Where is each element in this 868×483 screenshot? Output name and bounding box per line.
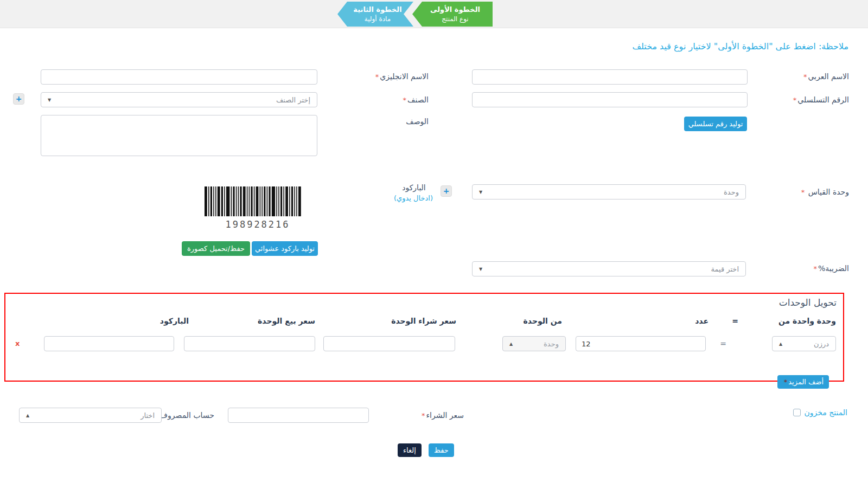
form-actions: إلغاء حفظ — [398, 443, 454, 457]
cancel-button[interactable]: إلغاء — [398, 443, 422, 457]
category-select[interactable]: إختر الصنف ▼ — [41, 92, 317, 107]
header-unit-sale-price: سعر بيع الوحدة — [258, 317, 315, 325]
header-count: عدد — [695, 317, 709, 325]
description-textarea[interactable] — [41, 115, 317, 156]
tax-label: الضريبة%* — [813, 264, 849, 273]
header-barcode: الباركود — [160, 317, 189, 325]
add-unit-button[interactable]: + — [441, 185, 452, 197]
chevron-down-icon: ▼ — [479, 267, 482, 272]
serial-number-label: الرقم التسلسلي* — [792, 95, 849, 104]
chevron-up-icon: ▲ — [26, 413, 29, 418]
english-name-label: الاسم الانجليزي* — [374, 72, 429, 81]
conversion-from-unit-value: وحدة — [544, 340, 559, 348]
measure-unit-select-value: وحدة — [724, 188, 739, 196]
chevron-down-icon: ▼ — [479, 190, 482, 195]
chevron-down-icon: ▼ — [48, 98, 51, 102]
generate-serial-button[interactable]: توليد رقم تسلسلي — [684, 117, 747, 131]
product-form-page: الخطوة الثانية مادة أولية الخطوة الأولى … — [0, 0, 868, 483]
category-label: الصنف* — [401, 95, 429, 104]
remove-row-button[interactable]: x — [15, 339, 20, 347]
header-one-unit-of: وحدة واحدة من — [778, 317, 836, 325]
conversion-count-input[interactable] — [576, 336, 706, 351]
step-first-subtitle: نوع المنتج — [442, 15, 468, 23]
english-name-input[interactable] — [41, 69, 317, 85]
arabic-name-input[interactable] — [472, 69, 748, 85]
description-label: الوصف — [406, 117, 429, 126]
conversion-from-unit-select[interactable]: وحدة ▲ — [502, 336, 566, 351]
barcode-manual-entry-link[interactable]: (ادخال يدوي) — [395, 194, 433, 203]
measure-unit-select[interactable]: وحدة ▼ — [472, 184, 746, 199]
conversion-sale-price-input[interactable] — [184, 336, 315, 351]
step-first-tab[interactable]: الخطوة الأولى نوع المنتج — [412, 2, 493, 27]
barcode-number: 198928216 — [203, 219, 312, 230]
step-second-tab[interactable]: الخطوة الثانية مادة أولية — [337, 2, 413, 27]
conversion-barcode-input[interactable] — [44, 336, 174, 351]
header-from-unit: من الوحدة — [524, 317, 562, 325]
arabic-name-label: الاسم العربي* — [802, 72, 849, 81]
save-barcode-image-button[interactable]: حفظ/تحميل كصورة — [182, 241, 250, 256]
add-more-button[interactable]: أضف المزيد* — [777, 375, 829, 389]
expense-account-select-value: اختار — [141, 411, 155, 420]
barcode-image — [203, 186, 312, 216]
unit-conversion-title: تحويل الوحدات — [779, 297, 837, 308]
header-unit-purchase-price: سعر شراء الوحدة — [391, 317, 456, 325]
conversion-unit-select-value: درزن — [814, 340, 829, 348]
step-second-title: الخطوة الثانية — [353, 5, 401, 15]
plus-icon: + — [16, 94, 22, 103]
stocked-product-field: المنتج مخزون — [793, 408, 848, 417]
steps-header: الخطوة الثانية مادة أولية الخطوة الأولى … — [0, 0, 868, 28]
conversion-unit-select[interactable]: درزن ▲ — [772, 336, 836, 351]
step-first-title: الخطوة الأولى — [430, 5, 480, 15]
plus-icon: + — [443, 186, 450, 195]
chevron-up-icon: ▲ — [779, 342, 782, 346]
generate-random-barcode-button[interactable]: توليد باركود عشوائي — [252, 241, 318, 256]
barcode-preview: 198928216 — [203, 186, 312, 230]
chevron-up-icon: ▲ — [509, 342, 513, 346]
tax-select-value: اختر قيمة — [711, 265, 739, 273]
expense-account-label: حساب المصروف* — [154, 411, 214, 420]
row-equals: = — [720, 339, 726, 348]
unit-conversion-section: تحويل الوحدات وحدة واحدة من = عدد من الو… — [4, 293, 844, 382]
conversion-purchase-price-input[interactable] — [323, 336, 455, 351]
save-button[interactable]: حفظ — [429, 443, 454, 457]
expense-account-select[interactable]: اختار ▲ — [19, 408, 162, 423]
measure-unit-label: وحدة القياس * — [800, 188, 849, 196]
header-equals: = — [732, 317, 738, 325]
add-category-button[interactable]: + — [13, 93, 24, 105]
stocked-product-label: المنتج مخزون — [805, 408, 848, 417]
step-second-subtitle: مادة أولية — [365, 15, 391, 23]
stocked-product-checkbox[interactable] — [793, 409, 801, 416]
note-text: ملاحظة: اضغط على "الخطوة الأولى" لاختيار… — [632, 41, 848, 51]
category-select-value: إختر الصنف — [276, 96, 310, 104]
tax-select[interactable]: اختر قيمة ▼ — [472, 261, 746, 276]
purchase-price-label: سعر الشراء* — [420, 411, 464, 420]
serial-number-input[interactable] — [472, 92, 748, 107]
purchase-price-input[interactable] — [228, 408, 369, 423]
barcode-label: الباركود (ادخال يدوي) — [395, 183, 433, 203]
